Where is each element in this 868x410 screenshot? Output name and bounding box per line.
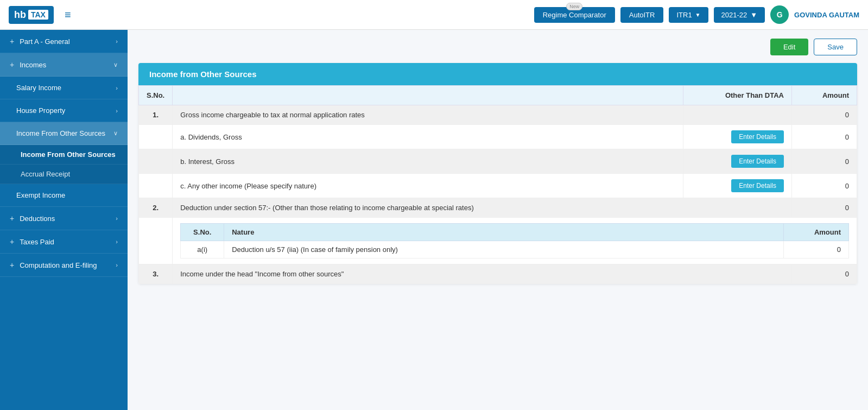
sidebar-item-income-from-other-sources[interactable]: Income From Other Sources ∨ bbox=[0, 122, 128, 145]
sub-nature: Deduction u/s 57 (iia) (In case of famil… bbox=[224, 241, 784, 258]
main-layout: + Part A - General › + Incomes ∨ Salary … bbox=[0, 30, 868, 410]
year-dropdown-button[interactable]: 2021-22 ▼ bbox=[714, 7, 765, 23]
row-sno: 2. bbox=[139, 198, 173, 218]
sidebar-item-deductions[interactable]: + Deductions › bbox=[0, 207, 128, 230]
chevron-down-icon: ▼ bbox=[750, 11, 757, 19]
table-row: 3. Income under the head "Income from ot… bbox=[139, 264, 857, 284]
sub-table: S.No. Nature Amount a(i) Deduction u/s 5… bbox=[180, 223, 849, 258]
sidebar-item-label: Income From Other Sources bbox=[16, 129, 105, 137]
sub-amount: 0 bbox=[784, 241, 849, 258]
sidebar-item-label: Incomes bbox=[20, 61, 46, 69]
autoi-button[interactable]: AutoITR bbox=[620, 7, 664, 23]
row-sno bbox=[139, 174, 173, 198]
subtable-row: S.No. Nature Amount a(i) Deduction u/s 5… bbox=[139, 218, 857, 264]
sidebar-item-exempt-income[interactable]: Exempt Income bbox=[0, 184, 128, 207]
row-amount: 0 bbox=[792, 264, 857, 284]
logo-hb: hb bbox=[14, 9, 26, 21]
enter-details-button[interactable]: Enter Details bbox=[731, 155, 784, 168]
row-description: Deduction under section 57:- (Other than… bbox=[173, 198, 792, 218]
col-amount: Amount bbox=[792, 86, 857, 105]
edit-button[interactable]: Edit bbox=[770, 39, 808, 55]
plus-icon: + bbox=[10, 261, 14, 269]
itr-dropdown-button[interactable]: ITR1 ▼ bbox=[669, 7, 708, 23]
row-amount: 0 bbox=[792, 149, 857, 174]
sidebar: + Part A - General › + Incomes ∨ Salary … bbox=[0, 30, 128, 410]
sidebar-item-house-property[interactable]: House Property › bbox=[0, 99, 128, 122]
row-description: b. Interest, Gross bbox=[173, 149, 683, 174]
row-amount: 0 bbox=[792, 105, 857, 125]
enter-details-button[interactable]: Enter Details bbox=[731, 179, 784, 192]
sub-col-sno: S.No. bbox=[181, 224, 224, 241]
row-sno bbox=[139, 149, 173, 174]
chevron-down-icon: ∨ bbox=[113, 61, 118, 68]
sub-sno: a(i) bbox=[181, 241, 224, 258]
sidebar-item-computation-efiling[interactable]: + Computation and E-filing › bbox=[0, 254, 128, 277]
sidebar-subitem-income-from-other-sources[interactable]: Income From Other Sources bbox=[0, 145, 128, 165]
plus-icon: + bbox=[10, 214, 14, 223]
sub-col-nature: Nature bbox=[224, 224, 784, 241]
sidebar-item-label: House Property bbox=[16, 106, 65, 115]
plus-icon: + bbox=[10, 60, 14, 69]
row-description: c. Any other income (Please specify natu… bbox=[173, 174, 683, 198]
hamburger-icon[interactable]: ≡ bbox=[65, 9, 71, 21]
row-amount: 0 bbox=[792, 125, 857, 149]
save-button[interactable]: Save bbox=[814, 39, 857, 55]
chevron-down-icon: ∨ bbox=[113, 130, 118, 137]
table-row: b. Interest, Gross Enter Details 0 bbox=[139, 149, 857, 174]
row-amount: 0 bbox=[792, 198, 857, 218]
sidebar-item-taxes-paid[interactable]: + Taxes Paid › bbox=[0, 230, 128, 254]
income-from-other-sources-card: Income from Other Sources S.No. Other Th… bbox=[138, 63, 857, 284]
sidebar-item-incomes[interactable]: + Incomes ∨ bbox=[0, 53, 128, 77]
sidebar-item-salary-income[interactable]: Salary Income › bbox=[0, 77, 128, 99]
sidebar-item-part-a-general[interactable]: + Part A - General › bbox=[0, 30, 128, 53]
chevron-right-icon: › bbox=[116, 85, 118, 91]
regime-comparator-button[interactable]: New Regime Comparator bbox=[534, 7, 615, 23]
logo: hb TAX bbox=[9, 6, 54, 24]
sidebar-item-label: Deductions bbox=[20, 215, 55, 223]
row-button-cell: Enter Details bbox=[683, 125, 792, 149]
row-description: Income under the head "Income from other… bbox=[173, 264, 792, 284]
col-other-dtaa: Other Than DTAA bbox=[683, 86, 792, 105]
row-description: Gross income chargeable to tax at normal… bbox=[173, 105, 683, 125]
navbar: hb TAX ≡ New Regime Comparator AutoITR I… bbox=[0, 0, 868, 30]
sidebar-item-label: Taxes Paid bbox=[20, 238, 54, 246]
chevron-right-icon: › bbox=[116, 215, 118, 222]
sub-table-row: a(i) Deduction u/s 57 (iia) (In case of … bbox=[181, 241, 849, 258]
row-sno: 3. bbox=[139, 264, 173, 284]
chevron-right-icon: › bbox=[116, 262, 118, 268]
table-row: a. Dividends, Gross Enter Details 0 bbox=[139, 125, 857, 149]
avatar[interactable]: G bbox=[770, 5, 789, 24]
table-row: 1. Gross income chargeable to tax at nor… bbox=[139, 105, 857, 125]
table-row: 2. Deduction under section 57:- (Other t… bbox=[139, 198, 857, 218]
chevron-right-icon: › bbox=[116, 238, 118, 245]
new-badge: New bbox=[566, 3, 582, 10]
row-button-cell: Enter Details bbox=[683, 149, 792, 174]
main-table: S.No. Other Than DTAA Amount 1. Gross in… bbox=[138, 85, 857, 284]
plus-icon: + bbox=[10, 237, 14, 246]
sidebar-item-label: Computation and E-filing bbox=[20, 261, 97, 269]
logo-tax: TAX bbox=[28, 10, 48, 20]
chevron-right-icon: › bbox=[116, 108, 118, 114]
sidebar-item-label: Exempt Income bbox=[16, 191, 65, 199]
chevron-down-icon: ▼ bbox=[695, 12, 701, 18]
content-area: Edit Save Income from Other Sources S.No… bbox=[128, 30, 868, 410]
row-sno: 1. bbox=[139, 105, 173, 125]
sidebar-item-label: Part A - General bbox=[20, 37, 70, 46]
row-amount: 0 bbox=[792, 174, 857, 198]
row-button-cell: Enter Details bbox=[683, 174, 792, 198]
subtable-cell: S.No. Nature Amount a(i) Deduction u/s 5… bbox=[173, 218, 857, 264]
col-description bbox=[173, 86, 683, 105]
table-row: c. Any other income (Please specify natu… bbox=[139, 174, 857, 198]
sub-col-amount: Amount bbox=[784, 224, 849, 241]
row-sno bbox=[139, 125, 173, 149]
navbar-right: New Regime Comparator AutoITR ITR1 ▼ 202… bbox=[534, 5, 859, 24]
sidebar-subitem-accrual-receipt[interactable]: Accrual Receipt bbox=[0, 165, 128, 184]
card-header: Income from Other Sources bbox=[138, 63, 857, 85]
enter-details-button[interactable]: Enter Details bbox=[731, 130, 784, 143]
chevron-right-icon: › bbox=[116, 38, 118, 45]
col-sno: S.No. bbox=[139, 86, 173, 105]
user-name[interactable]: GOVINDA GAUTAM bbox=[794, 11, 859, 19]
action-bar: Edit Save bbox=[138, 39, 857, 55]
row-description: a. Dividends, Gross bbox=[173, 125, 683, 149]
sidebar-item-label: Salary Income bbox=[16, 84, 61, 92]
